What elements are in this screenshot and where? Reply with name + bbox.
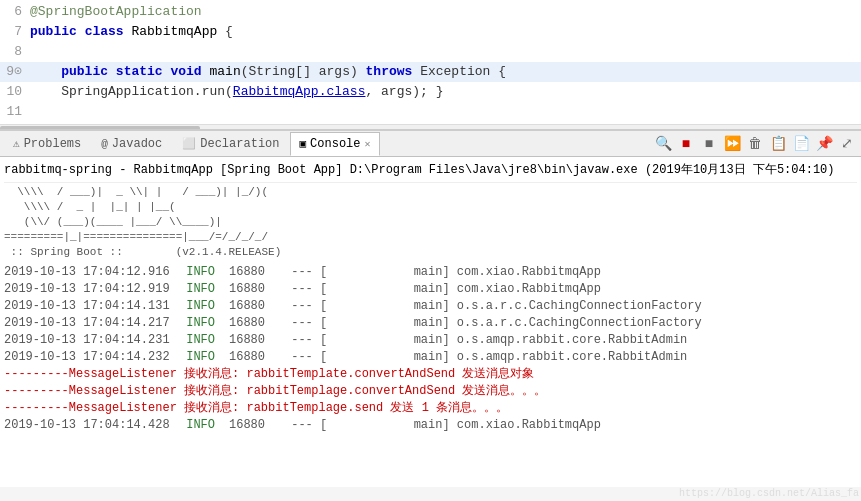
- line-num-9: 9⊙: [0, 62, 30, 82]
- console-content: \\\\ / ___)| _ \\| | / ___)| |_/)( \\\\ …: [4, 185, 857, 434]
- line-num-7: 7: [0, 22, 30, 42]
- log-sep-2: --- [: [284, 281, 327, 298]
- watermark: https://blog.csdn.net/Alias_fa: [679, 488, 859, 499]
- log-thread-2: main]: [327, 281, 449, 298]
- log-level-5: INFO: [179, 332, 229, 349]
- tab-declaration[interactable]: ⬜ Declaration: [173, 132, 288, 156]
- code-line-10: 10 SpringApplication.run(RabbitmqApp.cla…: [0, 82, 861, 102]
- action-expand[interactable]: ⤢: [837, 134, 857, 154]
- log-sep-6: --- [: [284, 349, 327, 366]
- log-thread-6: main]: [327, 349, 449, 366]
- log-class-1: com.xiao.RabbitmqApp: [450, 264, 601, 281]
- code-line-8: 8: [0, 42, 861, 62]
- log-thread-3: main]: [327, 298, 449, 315]
- action-paste[interactable]: 📄: [791, 134, 811, 154]
- code-scrollbar[interactable]: [0, 124, 861, 130]
- spring-boot-banner: \\\\ / ___)| _ \\| | / ___)| |_/)( \\\\ …: [4, 185, 857, 260]
- line-num-10: 10: [0, 82, 30, 102]
- banner-line-1: \\\\ / ___)| _ \\| | / ___)| |_/)(: [4, 185, 857, 200]
- banner-line-2: \\\\ / _ | |_| | |__(: [4, 200, 857, 215]
- line-content-7: public class RabbitmqApp {: [30, 22, 861, 42]
- log-ts-4: 2019-10-13 17:04:14.217: [4, 315, 179, 332]
- code-line-6: 6 @SpringBootApplication: [0, 2, 861, 22]
- tab-declaration-label: Declaration: [200, 137, 279, 151]
- log-red-1: ---------MessageListener 接收消息: rabbitTem…: [4, 366, 857, 383]
- log-sep-3: --- [: [284, 298, 327, 315]
- banner-line-3: (\\/ (___)(____ |___/ \\____)|: [4, 215, 857, 230]
- log-thread-5: main]: [327, 332, 449, 349]
- problems-icon: ⚠: [13, 137, 20, 150]
- tab-console[interactable]: ▣ Console ✕: [290, 132, 379, 156]
- log-line-4: 2019-10-13 17:04:14.217 INFO 16880 --- […: [4, 315, 857, 332]
- action-stop-red[interactable]: ■: [676, 134, 696, 154]
- log-line-5: 2019-10-13 17:04:14.231 INFO 16880 --- […: [4, 332, 857, 349]
- javadoc-icon: @: [101, 138, 108, 150]
- log-level-6: INFO: [179, 349, 229, 366]
- log-red-2: ---------MessageListener 接收消息: rabbitTem…: [4, 383, 857, 400]
- log-sep-1: --- [: [284, 264, 327, 281]
- log-class-5: o.s.amqp.rabbit.core.RabbitAdmin: [450, 332, 688, 349]
- console-header: rabbitmq-spring - RabbitmqApp [Spring Bo…: [4, 159, 857, 183]
- console-icon: ▣: [299, 137, 306, 150]
- log-pid-4: 16880: [229, 315, 284, 332]
- tabs-actions: 🔍 ■ ■ ⏩ 🗑 📋 📄 📌 ⤢: [653, 134, 857, 154]
- bottom-panel: ⚠ Problems @ Javadoc ⬜ Declaration ▣ Con…: [0, 130, 861, 487]
- line-num-6: 6: [0, 2, 30, 22]
- log-level-4: INFO: [179, 315, 229, 332]
- log-ts-1: 2019-10-13 17:04:12.916: [4, 264, 179, 281]
- tab-problems[interactable]: ⚠ Problems: [4, 132, 90, 156]
- log-ts-5: 2019-10-13 17:04:14.231: [4, 332, 179, 349]
- log-level-2: INFO: [179, 281, 229, 298]
- action-scroll-lock[interactable]: ⏩: [722, 134, 742, 154]
- code-line-9: 9⊙ public static void main(String[] args…: [0, 62, 861, 82]
- log-class-6: o.s.amqp.rabbit.core.RabbitAdmin: [450, 349, 688, 366]
- log-level-last: INFO: [179, 417, 229, 434]
- banner-line-5: :: Spring Boot :: (v2.1.4.RELEASE): [4, 245, 857, 260]
- log-pid-1: 16880: [229, 264, 284, 281]
- log-ts-6: 2019-10-13 17:04:14.232: [4, 349, 179, 366]
- log-pid-3: 16880: [229, 298, 284, 315]
- log-thread-1: main]: [327, 264, 449, 281]
- code-scrollbar-thumb[interactable]: [0, 126, 200, 130]
- tab-console-label: Console: [310, 137, 360, 151]
- log-sep-4: --- [: [284, 315, 327, 332]
- line-num-8: 8: [0, 42, 30, 62]
- banner-line-4: =========|_|===============|___/=/_/_/_/: [4, 230, 857, 245]
- tab-javadoc-label: Javadoc: [112, 137, 162, 151]
- code-line-11: 11: [0, 102, 861, 122]
- action-search[interactable]: 🔍: [653, 134, 673, 154]
- tabs-bar: ⚠ Problems @ Javadoc ⬜ Declaration ▣ Con…: [0, 131, 861, 157]
- action-stop-grey[interactable]: ■: [699, 134, 719, 154]
- log-thread-4: main]: [327, 315, 449, 332]
- console-close[interactable]: ✕: [365, 138, 371, 150]
- log-level-1: INFO: [179, 264, 229, 281]
- line-num-11: 11: [0, 102, 30, 122]
- log-line-2: 2019-10-13 17:04:12.919 INFO 16880 --- […: [4, 281, 857, 298]
- action-copy[interactable]: 📋: [768, 134, 788, 154]
- log-class-2: com.xiao.RabbitmqApp: [450, 281, 601, 298]
- log-ts-3: 2019-10-13 17:04:14.131: [4, 298, 179, 315]
- log-line-1: 2019-10-13 17:04:12.916 INFO 16880 --- […: [4, 264, 857, 281]
- log-pid-last: 16880: [229, 417, 284, 434]
- log-class-last: com.xiao.RabbitmqApp: [450, 417, 601, 434]
- tab-problems-label: Problems: [24, 137, 82, 151]
- log-ts-last: 2019-10-13 17:04:14.428: [4, 417, 179, 434]
- action-pin[interactable]: 📌: [814, 134, 834, 154]
- console-area: rabbitmq-spring - RabbitmqApp [Spring Bo…: [0, 157, 861, 487]
- declaration-icon: ⬜: [182, 137, 196, 150]
- line-content-10: SpringApplication.run(RabbitmqApp.class,…: [30, 82, 861, 102]
- log-line-3: 2019-10-13 17:04:14.131 INFO 16880 --- […: [4, 298, 857, 315]
- tab-javadoc[interactable]: @ Javadoc: [92, 132, 171, 156]
- action-clear[interactable]: 🗑: [745, 134, 765, 154]
- log-level-3: INFO: [179, 298, 229, 315]
- log-thread-last: main]: [327, 417, 449, 434]
- code-line-7: 7 public class RabbitmqApp {: [0, 22, 861, 42]
- code-editor: 6 @SpringBootApplication 7 public class …: [0, 0, 861, 130]
- line-content-9: public static void main(String[] args) t…: [30, 62, 861, 82]
- log-class-4: o.s.a.r.c.CachingConnectionFactory: [450, 315, 702, 332]
- line-content-6: @SpringBootApplication: [30, 2, 861, 22]
- code-lines: 6 @SpringBootApplication 7 public class …: [0, 0, 861, 124]
- log-ts-2: 2019-10-13 17:04:12.919: [4, 281, 179, 298]
- log-pid-2: 16880: [229, 281, 284, 298]
- log-sep-5: --- [: [284, 332, 327, 349]
